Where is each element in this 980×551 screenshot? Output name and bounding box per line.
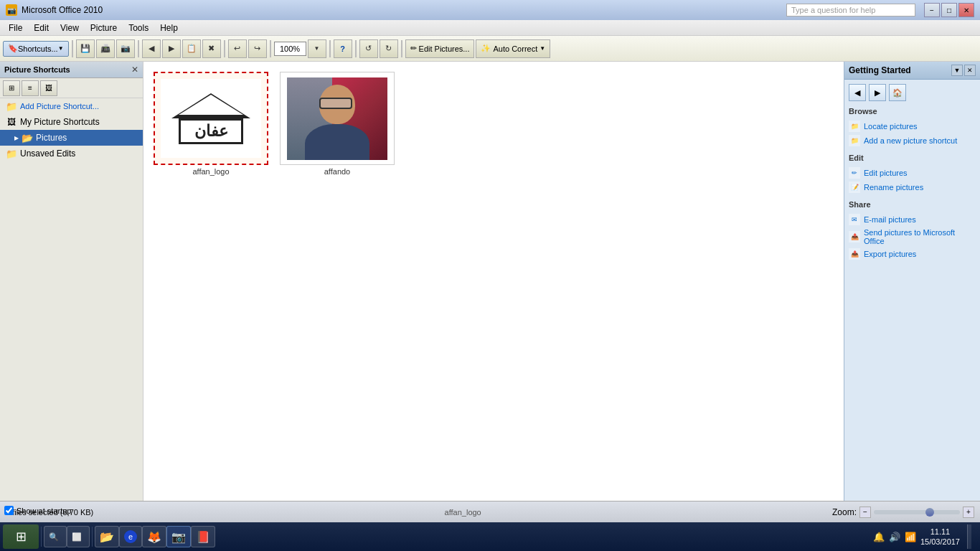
right-panel-body: ◀ ▶ 🏠 Browse 📁 Locate pictures 📁 Add a n…	[844, 80, 980, 265]
my-pictures-icon: 🖼	[6, 116, 17, 128]
thumbnail-affando-label: affando	[324, 167, 351, 176]
view-thumbnail-button[interactable]: 🖼	[40, 80, 57, 96]
menu-tools[interactable]: Tools	[123, 22, 154, 34]
menu-view[interactable]: View	[55, 22, 85, 34]
taskbar-pdf-button[interactable]: 📕	[191, 526, 215, 547]
export-pictures-icon: 📤	[849, 248, 860, 260]
nav-back-button[interactable]: ◀	[849, 84, 866, 101]
title-controls: − □ ✕	[924, 3, 974, 17]
unsaved-label: Unsaved Edits	[20, 149, 75, 159]
zoom-dropdown-button[interactable]: ▼	[308, 39, 326, 58]
taskbar-photo-icon: 📷	[171, 530, 186, 544]
thumbnail-affando[interactable]: affando	[277, 69, 397, 179]
middle-section: Picture Shortcuts ✕ ⊞ ≡ 🖼 📁 Add Picture …	[0, 62, 980, 501]
add-picture-shortcut-link[interactable]: 📁 Add a new picture shortcut	[849, 133, 976, 148]
send-to-office-icon: 📤	[849, 231, 860, 242]
tree-item-add-shortcut[interactable]: 📁 Add Picture Shortcut...	[0, 98, 143, 114]
prev-button[interactable]: ◀	[142, 39, 161, 58]
nav-forward-button[interactable]: ▶	[869, 84, 886, 101]
auto-correct-button[interactable]: ✨ Auto Correct ▼	[476, 39, 550, 58]
affando-photo	[287, 77, 387, 160]
thumbnail-affan-logo-image: عفان	[154, 72, 268, 165]
taskbar-search-button[interactable]: 🔍	[44, 526, 67, 547]
edit-pictures-link[interactable]: ✏ Edit pictures	[849, 166, 976, 180]
taskbar-files-button[interactable]: 📂	[95, 526, 119, 547]
save-button[interactable]: 💾	[76, 39, 95, 58]
help-search-box[interactable]: Type a question for help	[786, 4, 915, 17]
next-button[interactable]: ▶	[162, 39, 181, 58]
maximize-button[interactable]: □	[941, 3, 957, 17]
export-pictures-link[interactable]: 📤 Export pictures	[849, 247, 976, 261]
tree-item-unsaved[interactable]: 📁 Unsaved Edits	[0, 146, 143, 161]
taskbar-ie-button[interactable]: e	[119, 526, 142, 547]
edit-pictures-button[interactable]: ✏ Edit Pictures...	[405, 39, 475, 58]
zoom-in-button[interactable]: +	[963, 507, 974, 518]
send-to-office-link[interactable]: 📤 Send pictures to Microsoft Office	[849, 227, 976, 247]
glasses	[319, 98, 352, 109]
send-to-office-label: Send pictures to Microsoft Office	[864, 228, 976, 245]
content-area: عفان affan_logo affando	[143, 62, 844, 501]
menu-picture[interactable]: Picture	[85, 22, 123, 34]
thumbnail-affan-logo[interactable]: عفان affan_logo	[151, 69, 271, 179]
right-panel-title: Getting Started	[849, 65, 911, 75]
help-button[interactable]: ?	[334, 39, 352, 58]
nav-home-button[interactable]: 🏠	[889, 84, 906, 101]
view-filmstrip-button[interactable]: ⊞	[3, 80, 20, 96]
zoom-thumb[interactable]	[925, 508, 934, 517]
taskbar-firefox-button[interactable]: 🦊	[142, 526, 166, 547]
delete-button[interactable]: ✖	[202, 39, 221, 58]
locate-pictures-link[interactable]: 📁 Locate pictures	[849, 119, 976, 133]
left-panel: Picture Shortcuts ✕ ⊞ ≡ 🖼 📁 Add Picture …	[0, 62, 143, 501]
undo-button[interactable]: ↩	[228, 39, 247, 58]
shortcuts-label: Shortcuts...	[18, 44, 58, 53]
add-picture-shortcut-label: Add a new picture shortcut	[864, 136, 957, 145]
toolbar-sep-6	[355, 40, 357, 57]
panel-down-button[interactable]: ▼	[951, 65, 963, 76]
rotate-right-button[interactable]: ↻	[380, 39, 398, 58]
menu-edit[interactable]: Edit	[28, 22, 55, 34]
taskbar-office-photo-button[interactable]: 📷	[166, 526, 191, 547]
menu-help[interactable]: Help	[154, 22, 184, 34]
tree-item-my-pictures[interactable]: 🖼 My Picture Shortcuts	[0, 114, 143, 130]
clock: 11.11 15/03/2017	[920, 527, 960, 547]
pictures-label: Pictures	[36, 133, 67, 143]
close-button[interactable]: ✕	[958, 3, 974, 17]
camera-button[interactable]: 📷	[116, 39, 135, 58]
start-button[interactable]: ⊞	[3, 524, 39, 549]
show-desktop-button[interactable]	[967, 524, 971, 549]
thumbnail-affando-image	[280, 72, 395, 165]
email-pictures-link[interactable]: ✉ E-mail pictures	[849, 212, 976, 227]
redo-button[interactable]: ↪	[248, 39, 267, 58]
panel-close-button[interactable]: ✕	[964, 65, 976, 76]
person-body	[305, 124, 369, 160]
nav-icons: ◀ ▶ 🏠	[849, 84, 976, 101]
email-pictures-icon: ✉	[849, 214, 860, 225]
scan-button[interactable]: 📠	[96, 39, 115, 58]
zoom-out-button[interactable]: −	[859, 507, 871, 518]
app-title: Microsoft Office 2010	[22, 5, 103, 15]
tray-icon-wifi: 📶	[905, 532, 916, 542]
menu-file[interactable]: File	[3, 22, 28, 34]
expand-icon: ▶	[14, 135, 19, 141]
auto-correct-chevron: ▼	[540, 45, 545, 52]
taskbar-task-view-button[interactable]: ⬜	[67, 526, 90, 547]
rename-pictures-link[interactable]: 📝 Rename pictures	[849, 180, 976, 194]
taskbar-search-icon: 🔍	[49, 532, 59, 542]
taskbar-pdf-icon: 📕	[196, 530, 210, 544]
view-list-button[interactable]: ≡	[22, 80, 39, 96]
auto-correct-icon: ✨	[481, 44, 491, 53]
shortcuts-dropdown-button[interactable]: 🔖 Shortcuts... ▼	[3, 41, 69, 57]
zoom-input[interactable]	[274, 42, 306, 56]
unsaved-icon: 📁	[6, 148, 17, 159]
email-pictures-label: E-mail pictures	[864, 215, 916, 224]
pictures-icon: 📂	[22, 132, 33, 143]
add-shortcut-label: Add Picture Shortcut...	[20, 102, 99, 110]
left-panel-close-button[interactable]: ✕	[131, 65, 138, 75]
tree-item-pictures[interactable]: ▶ 📂 Pictures	[0, 130, 143, 146]
rename-pictures-label: Rename pictures	[864, 183, 923, 192]
right-panel: Getting Started ▼ ✕ ◀ ▶ 🏠 Browse 📁 Locat…	[844, 62, 980, 501]
minimize-button[interactable]: −	[924, 3, 940, 17]
rotate-left-button[interactable]: ↺	[359, 39, 378, 58]
copy-button[interactable]: 📋	[182, 39, 201, 58]
zoom-slider[interactable]	[874, 510, 960, 514]
